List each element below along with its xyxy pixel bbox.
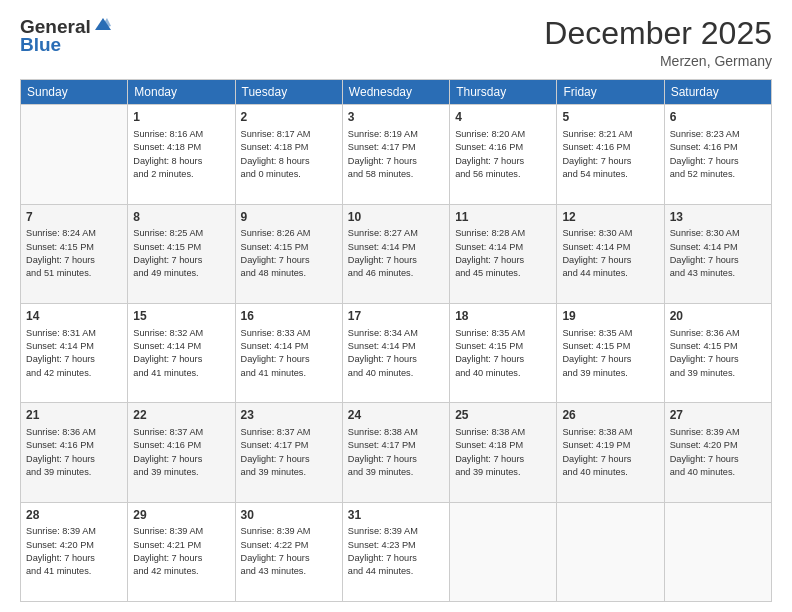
- day-number: 17: [348, 308, 444, 325]
- day-info: Sunrise: 8:17 AMSunset: 4:18 PMDaylight:…: [241, 128, 337, 181]
- calendar-day-cell: 14Sunrise: 8:31 AMSunset: 4:14 PMDayligh…: [21, 303, 128, 402]
- calendar-day-cell: 19Sunrise: 8:35 AMSunset: 4:15 PMDayligh…: [557, 303, 664, 402]
- title-block: December 2025 Merzen, Germany: [544, 16, 772, 69]
- header-row: Sunday Monday Tuesday Wednesday Thursday…: [21, 80, 772, 105]
- day-info: Sunrise: 8:39 AMSunset: 4:21 PMDaylight:…: [133, 525, 229, 578]
- calendar-week-row: 28Sunrise: 8:39 AMSunset: 4:20 PMDayligh…: [21, 502, 772, 601]
- logo-blue: Blue: [20, 34, 61, 56]
- calendar-day-cell: 31Sunrise: 8:39 AMSunset: 4:23 PMDayligh…: [342, 502, 449, 601]
- day-number: 13: [670, 209, 766, 226]
- day-info: Sunrise: 8:30 AMSunset: 4:14 PMDaylight:…: [670, 227, 766, 280]
- col-sunday: Sunday: [21, 80, 128, 105]
- calendar-day-cell: 23Sunrise: 8:37 AMSunset: 4:17 PMDayligh…: [235, 403, 342, 502]
- day-number: 20: [670, 308, 766, 325]
- calendar-day-cell: 1Sunrise: 8:16 AMSunset: 4:18 PMDaylight…: [128, 105, 235, 204]
- day-info: Sunrise: 8:21 AMSunset: 4:16 PMDaylight:…: [562, 128, 658, 181]
- day-info: Sunrise: 8:32 AMSunset: 4:14 PMDaylight:…: [133, 327, 229, 380]
- calendar-day-cell: 2Sunrise: 8:17 AMSunset: 4:18 PMDaylight…: [235, 105, 342, 204]
- calendar-day-cell: 27Sunrise: 8:39 AMSunset: 4:20 PMDayligh…: [664, 403, 771, 502]
- day-info: Sunrise: 8:30 AMSunset: 4:14 PMDaylight:…: [562, 227, 658, 280]
- calendar-day-cell: [21, 105, 128, 204]
- calendar-day-cell: 30Sunrise: 8:39 AMSunset: 4:22 PMDayligh…: [235, 502, 342, 601]
- day-info: Sunrise: 8:37 AMSunset: 4:17 PMDaylight:…: [241, 426, 337, 479]
- day-info: Sunrise: 8:26 AMSunset: 4:15 PMDaylight:…: [241, 227, 337, 280]
- calendar-day-cell: 11Sunrise: 8:28 AMSunset: 4:14 PMDayligh…: [450, 204, 557, 303]
- day-number: 21: [26, 407, 122, 424]
- calendar-week-row: 7Sunrise: 8:24 AMSunset: 4:15 PMDaylight…: [21, 204, 772, 303]
- day-number: 1: [133, 109, 229, 126]
- day-info: Sunrise: 8:27 AMSunset: 4:14 PMDaylight:…: [348, 227, 444, 280]
- day-number: 25: [455, 407, 551, 424]
- calendar-day-cell: 9Sunrise: 8:26 AMSunset: 4:15 PMDaylight…: [235, 204, 342, 303]
- day-number: 18: [455, 308, 551, 325]
- day-number: 26: [562, 407, 658, 424]
- day-number: 27: [670, 407, 766, 424]
- day-number: 31: [348, 507, 444, 524]
- day-number: 7: [26, 209, 122, 226]
- subtitle: Merzen, Germany: [544, 53, 772, 69]
- day-number: 15: [133, 308, 229, 325]
- day-number: 24: [348, 407, 444, 424]
- logo-icon: [93, 16, 111, 34]
- calendar-day-cell: 29Sunrise: 8:39 AMSunset: 4:21 PMDayligh…: [128, 502, 235, 601]
- day-number: 23: [241, 407, 337, 424]
- col-wednesday: Wednesday: [342, 80, 449, 105]
- calendar-header: Sunday Monday Tuesday Wednesday Thursday…: [21, 80, 772, 105]
- day-number: 30: [241, 507, 337, 524]
- logo: General Blue: [20, 16, 111, 56]
- day-number: 22: [133, 407, 229, 424]
- header: General Blue December 2025 Merzen, Germa…: [20, 16, 772, 69]
- calendar-day-cell: [664, 502, 771, 601]
- calendar-day-cell: 12Sunrise: 8:30 AMSunset: 4:14 PMDayligh…: [557, 204, 664, 303]
- day-number: 11: [455, 209, 551, 226]
- day-info: Sunrise: 8:37 AMSunset: 4:16 PMDaylight:…: [133, 426, 229, 479]
- calendar-week-row: 14Sunrise: 8:31 AMSunset: 4:14 PMDayligh…: [21, 303, 772, 402]
- day-info: Sunrise: 8:36 AMSunset: 4:16 PMDaylight:…: [26, 426, 122, 479]
- calendar-day-cell: 26Sunrise: 8:38 AMSunset: 4:19 PMDayligh…: [557, 403, 664, 502]
- calendar-day-cell: 24Sunrise: 8:38 AMSunset: 4:17 PMDayligh…: [342, 403, 449, 502]
- day-number: 2: [241, 109, 337, 126]
- day-info: Sunrise: 8:39 AMSunset: 4:22 PMDaylight:…: [241, 525, 337, 578]
- day-info: Sunrise: 8:28 AMSunset: 4:14 PMDaylight:…: [455, 227, 551, 280]
- calendar-day-cell: 8Sunrise: 8:25 AMSunset: 4:15 PMDaylight…: [128, 204, 235, 303]
- calendar-table: Sunday Monday Tuesday Wednesday Thursday…: [20, 79, 772, 602]
- calendar-day-cell: 21Sunrise: 8:36 AMSunset: 4:16 PMDayligh…: [21, 403, 128, 502]
- day-number: 5: [562, 109, 658, 126]
- col-tuesday: Tuesday: [235, 80, 342, 105]
- day-info: Sunrise: 8:31 AMSunset: 4:14 PMDaylight:…: [26, 327, 122, 380]
- calendar-day-cell: 18Sunrise: 8:35 AMSunset: 4:15 PMDayligh…: [450, 303, 557, 402]
- day-number: 6: [670, 109, 766, 126]
- calendar-day-cell: 13Sunrise: 8:30 AMSunset: 4:14 PMDayligh…: [664, 204, 771, 303]
- day-info: Sunrise: 8:39 AMSunset: 4:20 PMDaylight:…: [26, 525, 122, 578]
- calendar-day-cell: 3Sunrise: 8:19 AMSunset: 4:17 PMDaylight…: [342, 105, 449, 204]
- day-info: Sunrise: 8:35 AMSunset: 4:15 PMDaylight:…: [562, 327, 658, 380]
- day-number: 12: [562, 209, 658, 226]
- day-info: Sunrise: 8:19 AMSunset: 4:17 PMDaylight:…: [348, 128, 444, 181]
- calendar-day-cell: 6Sunrise: 8:23 AMSunset: 4:16 PMDaylight…: [664, 105, 771, 204]
- calendar-day-cell: 25Sunrise: 8:38 AMSunset: 4:18 PMDayligh…: [450, 403, 557, 502]
- day-info: Sunrise: 8:25 AMSunset: 4:15 PMDaylight:…: [133, 227, 229, 280]
- calendar-day-cell: 5Sunrise: 8:21 AMSunset: 4:16 PMDaylight…: [557, 105, 664, 204]
- calendar-day-cell: 10Sunrise: 8:27 AMSunset: 4:14 PMDayligh…: [342, 204, 449, 303]
- day-info: Sunrise: 8:39 AMSunset: 4:23 PMDaylight:…: [348, 525, 444, 578]
- day-number: 9: [241, 209, 337, 226]
- main-title: December 2025: [544, 16, 772, 51]
- calendar-day-cell: 28Sunrise: 8:39 AMSunset: 4:20 PMDayligh…: [21, 502, 128, 601]
- day-number: 14: [26, 308, 122, 325]
- calendar-body: 1Sunrise: 8:16 AMSunset: 4:18 PMDaylight…: [21, 105, 772, 602]
- calendar-day-cell: 20Sunrise: 8:36 AMSunset: 4:15 PMDayligh…: [664, 303, 771, 402]
- day-info: Sunrise: 8:39 AMSunset: 4:20 PMDaylight:…: [670, 426, 766, 479]
- col-thursday: Thursday: [450, 80, 557, 105]
- day-info: Sunrise: 8:34 AMSunset: 4:14 PMDaylight:…: [348, 327, 444, 380]
- day-info: Sunrise: 8:38 AMSunset: 4:18 PMDaylight:…: [455, 426, 551, 479]
- day-info: Sunrise: 8:20 AMSunset: 4:16 PMDaylight:…: [455, 128, 551, 181]
- day-info: Sunrise: 8:33 AMSunset: 4:14 PMDaylight:…: [241, 327, 337, 380]
- calendar-day-cell: 16Sunrise: 8:33 AMSunset: 4:14 PMDayligh…: [235, 303, 342, 402]
- day-number: 3: [348, 109, 444, 126]
- day-info: Sunrise: 8:38 AMSunset: 4:19 PMDaylight:…: [562, 426, 658, 479]
- day-number: 29: [133, 507, 229, 524]
- calendar-day-cell: 7Sunrise: 8:24 AMSunset: 4:15 PMDaylight…: [21, 204, 128, 303]
- day-number: 19: [562, 308, 658, 325]
- day-info: Sunrise: 8:35 AMSunset: 4:15 PMDaylight:…: [455, 327, 551, 380]
- day-number: 16: [241, 308, 337, 325]
